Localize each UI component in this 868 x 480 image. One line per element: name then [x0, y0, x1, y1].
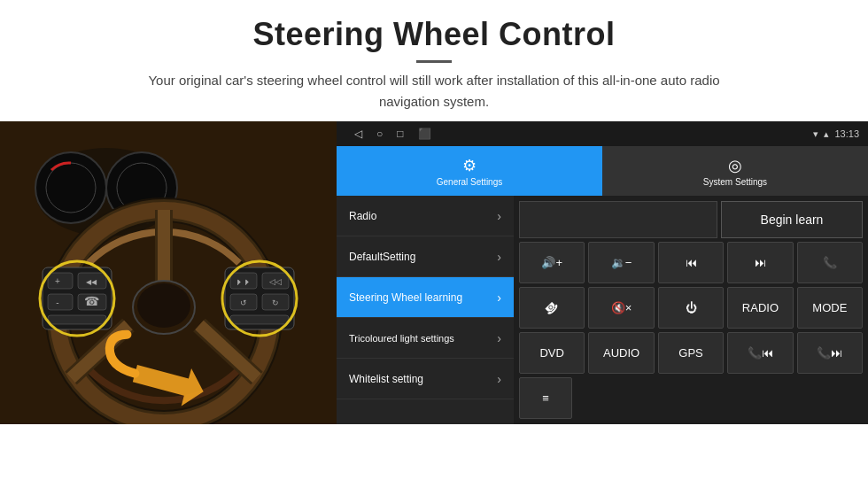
btn-row-2: ☎ 🔇× ⏻ RADIO MODE [519, 287, 863, 329]
btn-row-3: DVD AUDIO GPS 📞⏮ 📞⏭ [519, 332, 863, 374]
signal-icon: ▴ [824, 128, 829, 140]
phone-icon: 📞 [823, 256, 837, 269]
begin-learn-row: Begin learn [519, 201, 863, 238]
mode-button[interactable]: MODE [797, 287, 863, 329]
svg-text:☎: ☎ [84, 294, 99, 308]
header-description: Your original car's steering wheel contr… [124, 70, 744, 112]
svg-rect-32 [230, 315, 289, 324]
svg-text:⏵⏵: ⏵⏵ [236, 277, 252, 286]
svg-text:-: - [56, 298, 58, 307]
tel-prev-button[interactable]: 📞⏮ [727, 332, 793, 374]
main-content: + - ◀◀ ☎ ⏵⏵ ◁◁ ↺ ↻ [0, 121, 868, 424]
prev-track-button[interactable]: ⏮ [658, 242, 724, 283]
header-divider [416, 60, 452, 63]
menu-item-radio[interactable]: Radio › [337, 196, 514, 236]
hang-up-button[interactable]: ☎ [519, 287, 585, 329]
prev-track-icon: ⏮ [686, 256, 697, 269]
svg-point-16 [137, 283, 190, 328]
power-button[interactable]: ⏻ [658, 287, 724, 329]
tab-system[interactable]: ◎ System Settings [602, 146, 868, 196]
phone-button[interactable]: 📞 [797, 242, 863, 283]
radio-button[interactable]: RADIO [727, 287, 793, 329]
svg-text:◁◁: ◁◁ [269, 277, 282, 286]
svg-rect-18 [48, 273, 73, 289]
mute-button[interactable]: 🔇× [588, 287, 654, 329]
vol-down-button[interactable]: 🔉− [588, 242, 654, 283]
controls-grid: 🔊+ 🔉− ⏮ ⏭ 📞 [519, 242, 863, 419]
learn-input-field[interactable] [519, 201, 717, 238]
menu-whitelist-chevron: › [497, 372, 501, 386]
begin-learn-button[interactable]: Begin learn [721, 201, 863, 238]
vol-up-button[interactable]: 🔊+ [519, 242, 585, 283]
menu-item-whitelist[interactable]: Whitelist setting › [337, 359, 514, 399]
dvd-button[interactable]: DVD [519, 332, 585, 374]
menu-item-tricolour[interactable]: Tricoloured light settings › [337, 318, 514, 359]
next-track-icon: ⏭ [755, 256, 766, 269]
svg-rect-20 [48, 294, 73, 310]
system-settings-icon: ◎ [728, 156, 742, 175]
tel-prev-icon: 📞⏮ [748, 346, 773, 360]
mode-label: MODE [812, 301, 847, 314]
next-track-button[interactable]: ⏭ [727, 242, 793, 283]
nav-icons: ◁ ○ □ ⬛ [354, 128, 431, 140]
btn-row-1: 🔊+ 🔉− ⏮ ⏭ 📞 [519, 242, 863, 283]
screenshot-icon[interactable]: ⬛ [418, 128, 431, 140]
btn-row-4: ≡ [519, 377, 863, 419]
svg-rect-22 [48, 315, 106, 324]
tab-general-label: General Settings [437, 177, 503, 187]
page-header: Steering Wheel Control Your original car… [0, 0, 868, 121]
tel-next-icon: 📞⏭ [817, 346, 842, 360]
menu-whitelist-label: Whitelist setting [349, 373, 423, 385]
dvd-label: DVD [539, 346, 563, 360]
home-icon[interactable]: ○ [376, 128, 383, 140]
menu-tricolour-chevron: › [497, 331, 501, 345]
tab-system-label: System Settings [703, 177, 767, 187]
steering-wheel-bg: + - ◀◀ ☎ ⏵⏵ ◁◁ ↺ ↻ [0, 121, 337, 424]
menu-icon-button[interactable]: ≡ [519, 377, 572, 419]
content-area: Radio › DefaultSetting › Steering Wheel … [337, 196, 868, 424]
menu-default-label: DefaultSetting [349, 251, 415, 263]
menu-radio-label: Radio [349, 210, 376, 222]
audio-button[interactable]: AUDIO [588, 332, 654, 374]
wifi-icon: ▾ [813, 128, 818, 140]
power-icon: ⏻ [686, 301, 697, 314]
general-settings-icon: ⚙ [462, 156, 477, 175]
menu-steering-label: Steering Wheel learning [349, 291, 462, 304]
mute-icon: 🔇× [611, 301, 632, 314]
vol-up-icon: 🔊+ [541, 256, 562, 269]
audio-label: AUDIO [603, 346, 639, 360]
vol-down-icon: 🔉− [611, 256, 632, 269]
tab-general[interactable]: ⚙ General Settings [337, 146, 602, 196]
svg-text:↻: ↻ [272, 298, 279, 307]
gps-button[interactable]: GPS [658, 332, 724, 374]
recents-icon[interactable]: □ [397, 128, 403, 140]
menu-tricolour-label: Tricoloured light settings [349, 333, 454, 344]
android-ui: ◁ ○ □ ⬛ ▾ ▴ 13:13 ⚙ General Settings ◎ S… [337, 121, 868, 424]
menu-radio-chevron: › [497, 209, 501, 223]
menu-default-chevron: › [497, 250, 501, 264]
page-title: Steering Wheel Control [18, 16, 850, 53]
right-controls: Begin learn 🔊+ 🔉− ⏮ [514, 196, 868, 424]
menu-item-default[interactable]: DefaultSetting › [337, 236, 514, 277]
gps-label: GPS [678, 346, 702, 360]
svg-text:↺: ↺ [240, 298, 247, 307]
svg-text:+: + [55, 276, 60, 286]
radio-label: RADIO [742, 301, 779, 314]
left-menu: Radio › DefaultSetting › Steering Wheel … [337, 196, 514, 424]
menu-item-steering[interactable]: Steering Wheel learning › [337, 277, 514, 318]
back-icon[interactable]: ◁ [354, 128, 362, 140]
svg-text:◀◀: ◀◀ [86, 278, 97, 286]
menu-steering-chevron: › [497, 290, 501, 305]
car-image-area: + - ◀◀ ☎ ⏵⏵ ◁◁ ↺ ↻ [0, 121, 337, 424]
tab-bar: ⚙ General Settings ◎ System Settings [337, 146, 868, 196]
status-bar: ◁ ○ □ ⬛ ▾ ▴ 13:13 [337, 121, 868, 146]
menu-list-icon: ≡ [542, 391, 549, 405]
time-display: 13:13 [834, 128, 859, 139]
tel-next-button[interactable]: 📞⏭ [797, 332, 863, 374]
status-right: ▾ ▴ 13:13 [813, 128, 859, 140]
hang-up-icon: ☎ [542, 298, 562, 318]
